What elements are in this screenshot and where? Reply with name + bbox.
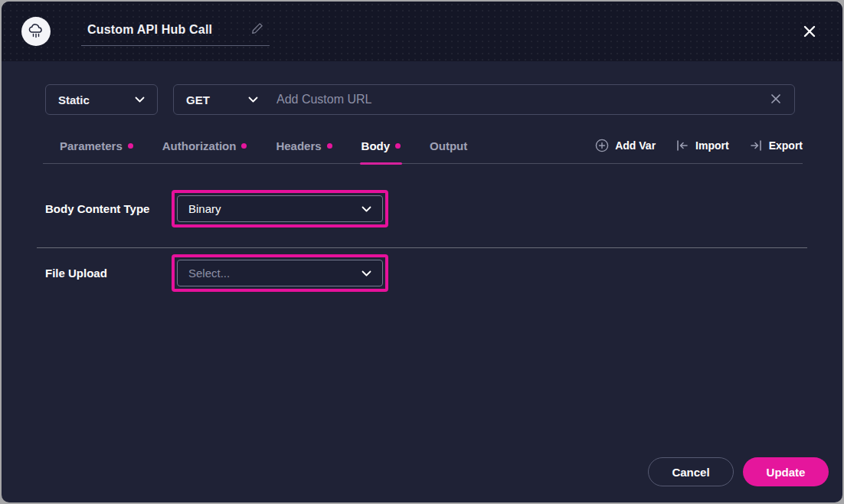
chevron-down-icon bbox=[361, 270, 371, 277]
tab-label: Authorization bbox=[162, 139, 237, 152]
custom-url-input[interactable] bbox=[270, 93, 757, 106]
tab-label: Body bbox=[361, 139, 391, 152]
tab-output[interactable]: Output bbox=[428, 132, 469, 163]
tab-toolbar: Add Var Import Export bbox=[595, 139, 803, 163]
request-type-select[interactable]: Static bbox=[45, 84, 158, 115]
file-upload-placeholder: Select... bbox=[188, 267, 230, 280]
modified-dot bbox=[327, 143, 332, 149]
dialog-footer: Cancel Update bbox=[648, 457, 829, 486]
url-group: GET bbox=[173, 84, 795, 115]
tab-list: Parameters Authorization Headers Body Ou… bbox=[43, 132, 469, 163]
highlight-outline: Binary bbox=[172, 190, 388, 227]
modified-dot bbox=[241, 143, 247, 149]
file-upload-row: File Upload Select... bbox=[45, 254, 807, 292]
tab-headers[interactable]: Headers bbox=[274, 132, 333, 163]
modified-dot bbox=[395, 143, 401, 149]
dialog-content: Static GET bbox=[2, 61, 842, 502]
export-label: Export bbox=[769, 139, 803, 152]
plus-circle-icon bbox=[595, 139, 609, 152]
tab-authorization[interactable]: Authorization bbox=[161, 132, 249, 163]
import-label: Import bbox=[695, 139, 729, 152]
tabs-row: Parameters Authorization Headers Body Ou… bbox=[43, 132, 803, 164]
cloud-rain-icon bbox=[21, 17, 51, 46]
clear-url-icon[interactable] bbox=[757, 93, 794, 107]
file-upload-select[interactable]: Select... bbox=[177, 260, 383, 286]
tab-label: Output bbox=[430, 139, 467, 152]
body-content-type-row: Body Content Type Binary bbox=[45, 190, 807, 227]
modified-dot bbox=[128, 143, 133, 149]
tab-label: Headers bbox=[276, 139, 321, 152]
dialog-title-field[interactable]: Custom API Hub Call bbox=[81, 18, 270, 46]
body-content-type-value: Binary bbox=[188, 202, 221, 215]
export-arrow-icon bbox=[749, 139, 763, 152]
import-button[interactable]: Import bbox=[676, 139, 729, 152]
import-arrow-icon bbox=[676, 139, 689, 152]
add-var-label: Add Var bbox=[615, 139, 656, 152]
chevron-down-icon bbox=[361, 206, 371, 212]
request-type-value: Static bbox=[58, 93, 90, 106]
cancel-button[interactable]: Cancel bbox=[648, 457, 734, 486]
export-button[interactable]: Export bbox=[749, 139, 803, 152]
update-button[interactable]: Update bbox=[743, 457, 829, 486]
body-content-type-select[interactable]: Binary bbox=[177, 195, 383, 222]
chevron-down-icon bbox=[248, 97, 258, 103]
http-method-select[interactable]: GET bbox=[174, 85, 270, 114]
tab-label: Parameters bbox=[60, 139, 123, 152]
tab-parameters[interactable]: Parameters bbox=[58, 132, 135, 163]
request-row: Static GET bbox=[45, 84, 795, 115]
body-content-type-label: Body Content Type bbox=[45, 202, 172, 215]
chevron-down-icon bbox=[135, 97, 145, 103]
close-icon[interactable] bbox=[797, 18, 823, 44]
edit-pencil-icon[interactable] bbox=[251, 22, 263, 38]
add-var-button[interactable]: Add Var bbox=[595, 139, 656, 152]
file-upload-label: File Upload bbox=[45, 267, 172, 280]
dialog-header: Custom API Hub Call bbox=[2, 2, 842, 61]
dialog-title: Custom API Hub Call bbox=[87, 23, 212, 37]
tab-body[interactable]: Body bbox=[360, 132, 403, 163]
highlight-outline: Select... bbox=[172, 254, 388, 292]
section-divider bbox=[37, 247, 807, 248]
custom-api-hub-dialog: Custom API Hub Call Static bbox=[2, 2, 842, 502]
http-method-value: GET bbox=[186, 93, 210, 106]
